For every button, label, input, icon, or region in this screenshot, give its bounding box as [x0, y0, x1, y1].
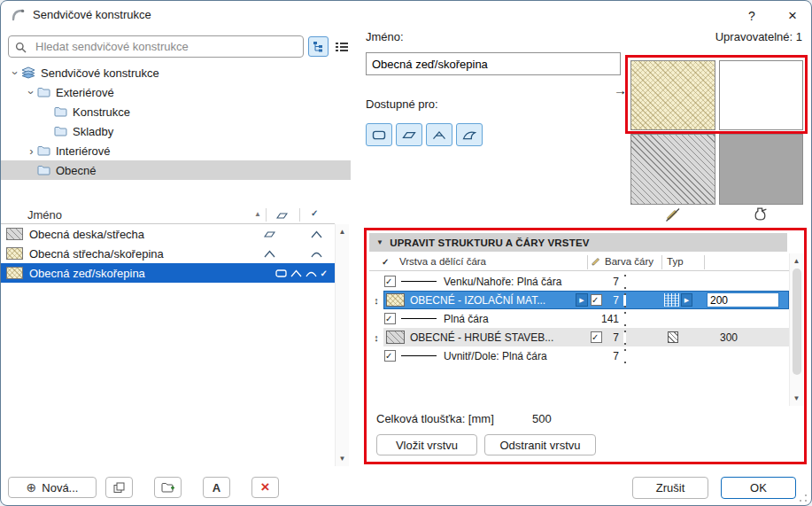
tree-item-label: Skladby [73, 125, 113, 138]
list-view-toggle[interactable] [331, 36, 352, 57]
pen-color-swatch[interactable] [624, 293, 626, 307]
column-divider [661, 255, 662, 269]
edit-structure-section-header[interactable]: ▼ UPRAVIT STRUKTURU A ČÁRY VRSTEV [369, 233, 787, 252]
cut-fill-preview-outer[interactable] [630, 60, 715, 130]
cut-fill-preview-inner[interactable] [719, 60, 803, 130]
slab-icon [264, 230, 275, 239]
cut-fill-pens-icon[interactable] [664, 207, 681, 226]
new-folder-button[interactable] [154, 477, 182, 498]
cancel-button[interactable]: Zrušit [632, 477, 708, 499]
folder-icon [37, 165, 50, 175]
list-header[interactable]: Jméno ▲ ✓ [1, 206, 335, 224]
chevron-down-icon[interactable]: › [9, 67, 22, 79]
pen-number[interactable]: 7 [603, 328, 619, 346]
line-color-column-header[interactable]: Barva čáry [605, 256, 653, 267]
scroll-up-icon[interactable]: ▲ [793, 257, 800, 265]
chevron-right-icon[interactable]: › [26, 144, 37, 158]
new-folder-icon [161, 482, 175, 494]
tree-item-interierove[interactable]: › Interiérové [1, 141, 351, 160]
chevron-down-icon[interactable]: › [25, 87, 38, 98]
collapse-icon[interactable]: ▼ [376, 238, 383, 246]
name-column-header[interactable]: Jméno [27, 208, 62, 222]
layer-column-header[interactable]: Vrstva a dělící čára [399, 256, 486, 267]
pen-number[interactable]: 7 [603, 291, 619, 309]
line-visibility-checkbox[interactable]: ✓ [384, 313, 396, 324]
layer-row-structural[interactable]: ↕ OBECNÉ - HRUBÉ STAVEB... ✓ 7 300 [369, 328, 789, 346]
line-sample [401, 281, 437, 282]
list-item-name: Obecná zeď/skořepina [29, 267, 145, 280]
delete-button[interactable]: × [251, 477, 279, 498]
layer-row-inner-line[interactable]: ✓ Uvnitř/Dole: Plná čára 7 [369, 346, 789, 365]
surface-material-icon[interactable] [753, 206, 768, 225]
tree-view-toggle[interactable] [308, 36, 329, 57]
fill-type-icon[interactable] [668, 331, 678, 343]
folder-icon [54, 106, 67, 117]
drag-handle[interactable]: ↕ [370, 291, 383, 309]
remove-layer-button[interactable]: Odstranit vrstvu [484, 434, 596, 455]
wall-icon [275, 269, 287, 278]
tree-item-obecne[interactable]: Obecné [1, 160, 351, 180]
tree-item-sendvicove-konstrukce[interactable]: › Sendvičové konstrukce [1, 63, 351, 82]
pen-color-swatch[interactable] [624, 331, 626, 345]
list-item-obecna-deska-strecha[interactable]: Obecná deska/střecha [1, 224, 335, 244]
pen-color-swatch[interactable] [624, 275, 626, 289]
roof-toggle[interactable] [426, 123, 452, 146]
drag-handle[interactable]: ↕ [370, 328, 383, 346]
available-for-toggles [366, 123, 483, 146]
surface-preview-inner[interactable] [719, 134, 803, 205]
thickness-input[interactable] [707, 292, 779, 307]
line-type-popup-button[interactable]: ▶ [681, 293, 692, 307]
rename-button[interactable]: A [203, 477, 230, 498]
search-input[interactable] [8, 35, 304, 58]
tree-item-skladby[interactable]: Skladby [1, 121, 351, 141]
ok-button[interactable]: OK [721, 477, 796, 499]
thickness-value[interactable]: 300 [720, 328, 738, 346]
tree-item-exterierove[interactable]: › Exteriérové [1, 82, 351, 102]
plus-circle-icon: ⊕ [27, 480, 37, 494]
list-item-obecna-zed-skorepina[interactable]: Obecná zeď/skořepina ✓ [1, 263, 335, 283]
folder-icon [54, 126, 67, 136]
pen-number[interactable]: 141 [592, 309, 619, 328]
scroll-down-icon[interactable]: ▼ [793, 394, 800, 402]
pen-checkbox[interactable]: ✓ [591, 331, 602, 343]
duplicate-button[interactable] [105, 477, 133, 498]
line-type-preview[interactable] [664, 293, 679, 307]
list-item-obecna-strecha-skorepina[interactable]: Obecná střecha/skořepina [1, 244, 335, 263]
shell-icon [462, 129, 476, 141]
layer-row-insulation[interactable]: ↕ OBECNÉ - IZOLAČNÍ MAT... ▶ ✓ 7 ▶ [369, 291, 789, 309]
insert-layer-button[interactable]: Vložit vrstvu [376, 434, 477, 455]
line-visibility-checkbox[interactable]: ✓ [384, 276, 396, 287]
new-button[interactable]: ⊕ Nová... [8, 477, 97, 498]
pen-number[interactable]: 7 [596, 272, 619, 291]
line-visibility-checkbox[interactable]: ✓ [384, 350, 396, 362]
rename-icon: A [213, 481, 220, 494]
pen-color-swatch[interactable] [624, 312, 626, 326]
layer-row-middle-line[interactable]: ✓ Plná čára 141 [369, 309, 789, 328]
layers-scrollbar[interactable]: ▲ ▼ [789, 253, 803, 406]
tree-item-konstrukce[interactable]: Konstrukce [1, 102, 351, 121]
wall-toggle[interactable] [366, 123, 392, 146]
close-button[interactable]: × [780, 6, 805, 26]
pen-number[interactable]: 7 [596, 346, 619, 365]
material-popup-button[interactable]: ▶ [576, 293, 588, 307]
layer-fill-thumb [386, 331, 405, 344]
scrollbar-thumb[interactable] [793, 269, 801, 375]
layer-row-outer-line[interactable]: ✓ Venku/Nahoře: Plná čára 7 [369, 272, 789, 291]
surface-preview-outer[interactable] [630, 134, 715, 205]
list-scrollbar[interactable]: ▲ ▼ [335, 224, 349, 466]
column-divider [266, 208, 267, 222]
slab-toggle[interactable] [396, 123, 422, 146]
pen-checkbox[interactable]: ✓ [591, 294, 602, 306]
shell-toggle[interactable] [456, 123, 483, 146]
scroll-up-icon[interactable]: ▲ [339, 228, 346, 236]
resize-grip[interactable] [799, 494, 808, 502]
help-button[interactable]: ? [741, 6, 762, 26]
app-icon [12, 8, 26, 26]
type-column-header[interactable]: Typ [667, 256, 684, 267]
scroll-down-icon[interactable]: ▼ [339, 455, 346, 463]
sort-ascending-icon[interactable]: ▲ [254, 210, 261, 218]
reference-side-arrow-icon: → [614, 82, 627, 97]
pen-color-swatch[interactable] [624, 349, 626, 363]
name-input[interactable] [366, 52, 621, 75]
total-thickness-label: Celková tloušťka: [mm] [376, 412, 494, 425]
